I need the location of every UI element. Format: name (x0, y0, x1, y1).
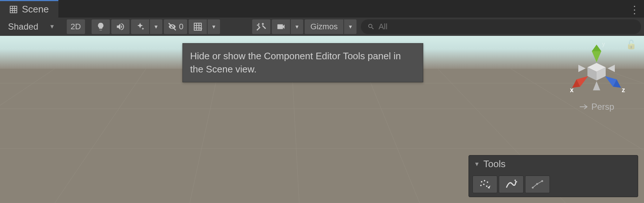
chevron-down-icon: ▼ (211, 24, 216, 30)
grid-dropdown[interactable]: ▼ (208, 19, 220, 34)
orientation-gizmo[interactable]: x z y (566, 41, 628, 99)
scene-tab-label: Scene (22, 4, 49, 15)
svg-point-31 (487, 181, 488, 183)
svg-point-37 (532, 187, 534, 189)
svg-point-34 (486, 185, 487, 187)
effects-dropdown[interactable]: ▼ (150, 19, 162, 34)
lighting-toggle[interactable] (92, 19, 110, 34)
tooltip-text: Hide or show the Component Editor Tools … (190, 50, 401, 75)
tools-panel-header[interactable]: ▼ Tools (469, 155, 638, 173)
chevron-down-icon: ▼ (49, 23, 55, 30)
svg-line-7 (292, 69, 299, 203)
svg-line-4 (0, 69, 55, 203)
tab-row: Scene ⋮ (0, 0, 644, 18)
search-icon (367, 23, 375, 30)
projection-icon (579, 104, 588, 110)
svg-marker-24 (592, 45, 601, 51)
chevron-down-icon: ▼ (154, 24, 159, 30)
tooltip: Hide or show the Component Editor Tools … (182, 43, 423, 82)
grid-snap-icon: Y (193, 22, 203, 31)
svg-marker-17 (578, 65, 586, 72)
tools-panel-row (469, 173, 638, 197)
svg-text:Y: Y (200, 27, 202, 31)
hidden-count: 0 (179, 22, 184, 31)
tools-panel: ▼ Tools (468, 155, 638, 197)
svg-marker-19 (593, 81, 600, 90)
scene-tab[interactable]: Scene (0, 0, 58, 18)
grid-toggle[interactable]: Y (189, 19, 207, 34)
orientation-gizmo-area: 🔓 (556, 40, 637, 112)
svg-marker-23 (592, 51, 601, 62)
camera-settings-button[interactable] (272, 19, 290, 34)
scene-grid-icon (9, 5, 18, 14)
axis-x-label: x (570, 86, 574, 94)
gizmos-label: Gizmos (311, 22, 338, 31)
mode-2d-label: 2D (71, 22, 81, 31)
scene-search[interactable] (361, 19, 641, 34)
svg-point-32 (480, 185, 482, 186)
svg-point-29 (481, 181, 482, 183)
projection-label-row[interactable]: Persp (556, 102, 637, 112)
chevron-down-icon: ▼ (294, 24, 300, 30)
svg-point-39 (541, 180, 543, 182)
tool-button-2[interactable] (499, 176, 524, 193)
speaker-icon (116, 22, 125, 31)
chevron-down-icon: ▼ (348, 24, 353, 30)
svg-point-36 (516, 181, 517, 183)
audio-toggle[interactable] (111, 19, 130, 34)
lightbulb-icon (96, 22, 105, 31)
mode-2d-button[interactable]: 2D (67, 19, 85, 34)
draw-mode-dropdown[interactable]: Shaded ▼ (3, 19, 60, 34)
foldout-triangle-icon: ▼ (474, 161, 480, 168)
tool-button-3[interactable] (525, 176, 550, 193)
spline-tool-icon (505, 179, 517, 190)
projection-label: Persp (591, 102, 614, 112)
svg-line-5 (55, 69, 146, 203)
axis-y-label: y (602, 41, 605, 47)
gizmos-dropdown[interactable]: ▼ (344, 19, 356, 34)
scene-toolbar: Shaded ▼ 2D ▼ 0 Y (0, 18, 644, 36)
scene-viewport[interactable]: Hide or show the Component Editor Tools … (0, 36, 644, 203)
svg-point-33 (483, 184, 485, 185)
axis-z-label: z (622, 86, 625, 94)
svg-point-30 (484, 180, 485, 181)
svg-line-6 (190, 69, 219, 203)
tools-icon (257, 22, 266, 31)
camera-dropdown[interactable]: ▼ (291, 19, 303, 34)
gizmos-toggle[interactable]: Gizmos (305, 19, 344, 34)
svg-marker-18 (608, 65, 615, 72)
particle-tool-icon (479, 179, 491, 190)
tools-panel-title: Tools (483, 158, 506, 170)
svg-point-38 (536, 183, 538, 185)
camera-icon (276, 22, 286, 31)
effects-icon (135, 22, 145, 31)
draw-mode-label: Shaded (8, 22, 38, 32)
scene-search-input[interactable] (378, 22, 635, 31)
svg-line-8 (365, 69, 420, 203)
hidden-objects-toggle[interactable]: 0 (164, 19, 187, 34)
eye-slash-icon (167, 22, 177, 31)
tab-options-icon[interactable]: ⋮ (629, 4, 640, 16)
effects-toggle[interactable] (131, 19, 149, 34)
tool-button-1[interactable] (473, 176, 497, 193)
component-tools-toggle[interactable] (252, 19, 270, 34)
svg-point-35 (514, 180, 516, 181)
path-tool-icon (531, 179, 544, 190)
